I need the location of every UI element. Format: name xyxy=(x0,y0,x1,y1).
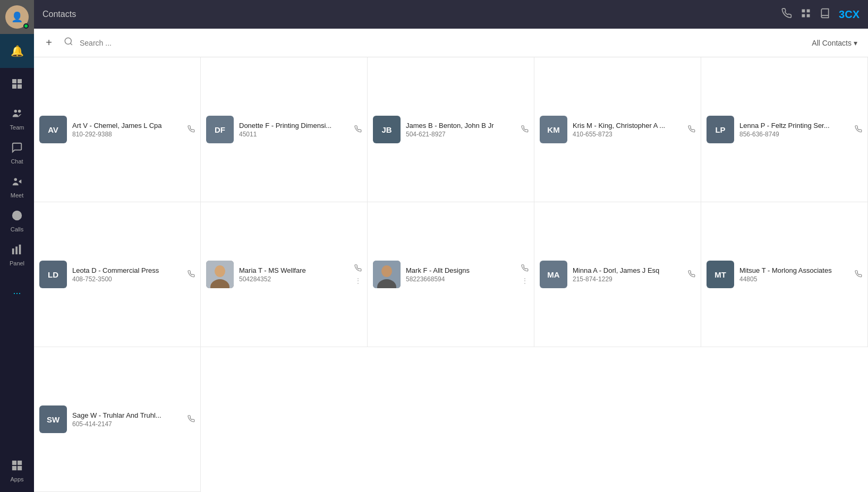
contact-actions: ⋮ xyxy=(521,264,529,285)
svg-line-19 xyxy=(70,43,72,45)
call-icon[interactable] xyxy=(354,125,362,134)
sidebar-item-home[interactable] xyxy=(0,68,34,102)
search-icon xyxy=(64,37,73,49)
contact-card[interactable]: Mark F - Allt Designs 58223668594 ⋮ xyxy=(368,202,534,347)
svg-rect-9 xyxy=(19,244,21,254)
contact-card[interactable]: JB James B - Benton, John B Jr 504-621-8… xyxy=(368,57,534,202)
windows-icon xyxy=(11,78,23,92)
svg-point-4 xyxy=(14,109,18,113)
call-icon[interactable] xyxy=(188,415,195,424)
contact-name: Donette F - Printing Dimensi... xyxy=(239,122,349,130)
contact-name: Maria T - MS Wellfare xyxy=(239,266,349,274)
contact-card[interactable]: AV Art V - Chemel, James L Cpa 810-292-9… xyxy=(34,57,201,202)
sidebar-item-team[interactable]: Team xyxy=(0,102,34,136)
svg-rect-12 xyxy=(12,465,16,470)
call-icon[interactable] xyxy=(188,270,195,279)
chat-icon xyxy=(11,142,23,156)
sidebar-item-notifications[interactable]: 🔔 xyxy=(0,34,34,68)
contact-card[interactable]: DF Donette F - Printing Dimensi... 45011 xyxy=(201,57,368,202)
contact-card[interactable]: Maria T - MS Wellfare 504284352 ⋮ xyxy=(201,202,368,347)
status-indicator xyxy=(23,23,29,29)
more-options-icon[interactable]: ⋮ xyxy=(521,277,529,285)
contact-name: Sage W - Truhlar And Truhl... xyxy=(72,411,182,419)
add-contact-button[interactable]: + xyxy=(40,34,57,51)
svg-rect-16 xyxy=(802,14,805,17)
call-icon[interactable] xyxy=(855,270,862,279)
contact-name: Leota D - Commercial Press xyxy=(72,266,182,274)
bell-icon: 🔔 xyxy=(11,45,24,57)
contact-name: Minna A - Dorl, James J Esq xyxy=(573,266,683,274)
svg-rect-2 xyxy=(12,84,16,89)
contact-card[interactable]: SW Sage W - Truhlar And Truhl... 605-414… xyxy=(34,347,201,492)
svg-rect-15 xyxy=(807,9,810,12)
contacts-grid: AV Art V - Chemel, James L Cpa 810-292-9… xyxy=(34,57,868,492)
sidebar-item-meet[interactable]: Meet xyxy=(0,170,34,204)
grid-topbar-icon[interactable] xyxy=(801,8,811,21)
contact-avatar xyxy=(206,261,234,288)
contact-phone: 856-636-8749 xyxy=(739,131,849,138)
filter-button[interactable]: All Contacts ▾ xyxy=(807,37,862,49)
contact-avatar: MT xyxy=(707,261,734,288)
book-topbar-icon[interactable] xyxy=(820,8,830,21)
sidebar-item-calls[interactable]: Calls xyxy=(0,204,34,238)
contact-avatar: AV xyxy=(39,116,67,143)
sidebar-item-label: Chat xyxy=(11,158,23,165)
contact-card[interactable]: KM Kris M - King, Christopher A ... 410-… xyxy=(534,57,701,202)
toolbar: + All Contacts ▾ xyxy=(34,29,868,57)
call-icon[interactable] xyxy=(354,264,362,273)
phone-topbar-icon[interactable] xyxy=(781,8,792,21)
contact-actions: ⋮ xyxy=(354,264,362,285)
svg-rect-3 xyxy=(18,84,22,89)
contact-actions xyxy=(855,125,862,134)
sidebar-item-panel[interactable]: Panel xyxy=(0,238,34,272)
sidebar-item-dots[interactable]: ··· xyxy=(0,274,34,308)
contact-phone: 408-752-3500 xyxy=(72,275,182,283)
contact-info: Lenna P - Feltz Printing Ser... 856-636-… xyxy=(739,122,849,138)
contact-info: Kris M - King, Christopher A ... 410-655… xyxy=(573,122,683,138)
team-icon xyxy=(11,108,23,122)
contact-phone: 45011 xyxy=(239,131,349,138)
svg-point-5 xyxy=(18,109,21,113)
contact-actions xyxy=(188,270,195,279)
contact-name: Mitsue T - Morlong Associates xyxy=(739,266,849,274)
svg-rect-11 xyxy=(18,460,22,464)
contact-name: Mark F - Allt Designs xyxy=(406,266,516,274)
call-icon[interactable] xyxy=(188,125,195,134)
call-icon[interactable] xyxy=(688,270,695,279)
contact-name: James B - Benton, John B Jr xyxy=(406,122,516,130)
call-icon[interactable] xyxy=(521,264,529,273)
contact-phone: 44805 xyxy=(739,275,849,283)
sidebar-item-label: Apps xyxy=(10,476,23,482)
contact-card[interactable]: LP Lenna P - Feltz Printing Ser... 856-6… xyxy=(701,57,868,202)
panel-icon xyxy=(11,244,23,258)
contact-avatar: LP xyxy=(707,116,734,143)
call-icon[interactable] xyxy=(688,125,695,134)
sidebar: 👤 🔔 Team Chat xyxy=(0,0,34,492)
contact-info: Donette F - Printing Dimensi... 45011 xyxy=(239,122,349,138)
sidebar-item-chat[interactable]: Chat xyxy=(0,136,34,170)
contact-avatar: MA xyxy=(540,261,567,288)
contact-avatar: LD xyxy=(39,261,67,288)
page-title: Contacts xyxy=(42,10,775,19)
user-avatar[interactable]: 👤 xyxy=(0,0,34,34)
contact-info: Mitsue T - Morlong Associates 44805 xyxy=(739,266,849,283)
svg-point-21 xyxy=(215,265,225,277)
sidebar-bottom: Apps xyxy=(0,454,34,488)
contact-phone: 605-414-2147 xyxy=(72,420,182,428)
svg-rect-17 xyxy=(807,14,810,17)
contact-avatar: DF xyxy=(206,116,234,143)
more-options-icon[interactable]: ⋮ xyxy=(354,277,362,285)
svg-rect-14 xyxy=(802,9,805,12)
contact-phone: 58223668594 xyxy=(406,275,516,283)
contact-name: Kris M - King, Christopher A ... xyxy=(573,122,683,130)
call-icon[interactable] xyxy=(855,125,862,134)
search-input[interactable] xyxy=(80,39,801,47)
svg-point-18 xyxy=(65,38,71,44)
contact-avatar: JB xyxy=(373,116,401,143)
sidebar-item-apps[interactable]: Apps xyxy=(0,454,34,488)
contact-card[interactable]: MA Minna A - Dorl, James J Esq 215-874-1… xyxy=(534,202,701,347)
contact-avatar: KM xyxy=(540,116,567,143)
call-icon[interactable] xyxy=(521,125,529,134)
contact-card[interactable]: LD Leota D - Commercial Press 408-752-35… xyxy=(34,202,201,347)
contact-card[interactable]: MT Mitsue T - Morlong Associates 44805 xyxy=(701,202,868,347)
